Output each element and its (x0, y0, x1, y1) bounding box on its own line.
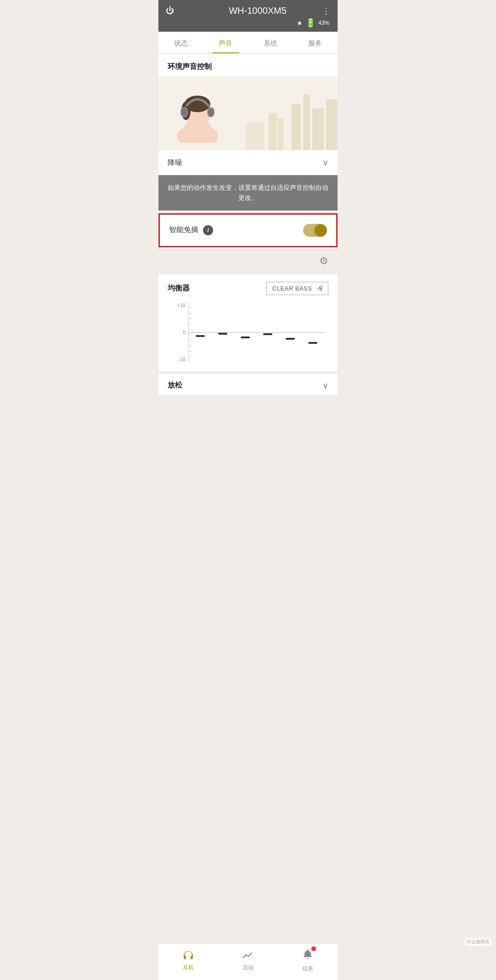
person-illustration (172, 83, 223, 143)
chevron-down-icon: ∨ (322, 158, 328, 168)
eq-bar-3[interactable] (241, 336, 250, 338)
svg-rect-6 (246, 122, 264, 150)
eq-label-bot: -10 (178, 357, 186, 362)
svg-rect-2 (312, 108, 324, 150)
info-banner-text: 如果您的动作发生改变，设置将通过自适应声音控制自动更改。 (168, 184, 328, 201)
smart-wear-container: 智能免摘 i (158, 213, 338, 247)
nav-info-badge-container (301, 948, 314, 963)
headphone-nav-icon (182, 949, 195, 962)
smart-wear-left: 智能免摘 i (169, 225, 213, 235)
svg-rect-15 (208, 108, 214, 116)
noise-control-row[interactable]: 降噪 ∨ (158, 150, 338, 175)
eq-label-mid: 0 (183, 330, 186, 335)
eq-chart: +10 0 -10 (172, 302, 324, 362)
eq-bars[interactable] (189, 302, 324, 362)
eq-bar-1[interactable] (196, 335, 205, 337)
tab-status[interactable]: 状态 (158, 32, 203, 53)
activity-nav-icon (242, 949, 254, 962)
smart-wear-row: 智能免摘 i (160, 215, 336, 246)
partial-section-title: 放松 (168, 381, 182, 390)
info-button[interactable]: i (203, 225, 213, 235)
nav-activity[interactable]: 活动 (230, 949, 266, 972)
eq-title: 均衡器 (168, 284, 190, 293)
more-icon[interactable]: ⋮ (322, 6, 330, 16)
eq-section: 均衡器 CLEAR BASS -9 +10 0 -10 (158, 274, 338, 371)
header: ⏻ WH-1000XM5 ⋮ ★ 🔋 43% (158, 0, 338, 32)
svg-rect-4 (269, 113, 277, 150)
eq-grid (188, 302, 324, 362)
eq-label-top: +10 (177, 302, 186, 308)
ambient-sound-title: 环境声音控制 (158, 54, 338, 76)
eq-bar-2[interactable] (218, 333, 227, 335)
bell-nav-icon (301, 948, 314, 961)
eq-bar-4[interactable] (263, 333, 272, 335)
noise-mode-label: 降噪 (168, 158, 182, 168)
gear-icon[interactable]: ⚙ (319, 255, 328, 267)
partial-section: 放松 ∨ (158, 374, 338, 394)
svg-rect-0 (292, 104, 301, 150)
eq-y-labels: +10 0 -10 (172, 302, 188, 362)
gear-row: ⚙ (158, 250, 338, 272)
svg-rect-1 (303, 95, 310, 150)
eq-bar-5[interactable] (286, 338, 295, 340)
battery-icon: 🔋 (305, 18, 316, 28)
partial-chevron-icon[interactable]: ∨ (322, 381, 328, 391)
nav-info[interactable]: 信息 (289, 948, 326, 973)
tab-bar: 状态 声音 系统 服务 (158, 32, 338, 54)
device-title: WH-1000XM5 (193, 6, 322, 16)
battery-level: 43% (318, 20, 329, 26)
clear-bass-badge[interactable]: CLEAR BASS -9 (266, 282, 328, 295)
bluetooth-icon: ★ (297, 19, 303, 27)
clear-bass-value: -9 (316, 285, 322, 292)
smart-wear-toggle[interactable] (303, 224, 327, 237)
smart-wear-label: 智能免摘 (169, 225, 198, 235)
tab-service[interactable]: 服务 (293, 32, 338, 53)
svg-rect-3 (326, 99, 338, 150)
eq-bar-6[interactable] (308, 342, 317, 344)
svg-rect-13 (181, 108, 187, 116)
tab-sound[interactable]: 声音 (203, 32, 248, 53)
nav-info-label: 信息 (302, 965, 313, 973)
nav-activity-label: 活动 (242, 964, 254, 972)
bottom-nav: 耳机 活动 信息 (158, 943, 338, 980)
power-icon[interactable]: ⏻ (166, 6, 174, 16)
svg-rect-5 (278, 118, 283, 150)
info-banner: 如果您的动作发生改变，设置将通过自适应声音控制自动更改。 (158, 175, 338, 211)
tab-system[interactable]: 系统 (248, 32, 293, 53)
notification-badge (311, 946, 316, 951)
toggle-knob (315, 224, 327, 236)
headphone-banner (158, 76, 338, 150)
header-icons: ⋮ (322, 6, 330, 16)
eq-header: 均衡器 CLEAR BASS -9 (168, 282, 328, 295)
clear-bass-label: CLEAR BASS (272, 285, 312, 292)
nav-headphone-label: 耳机 (183, 964, 194, 972)
nav-headphone[interactable]: 耳机 (170, 949, 207, 972)
